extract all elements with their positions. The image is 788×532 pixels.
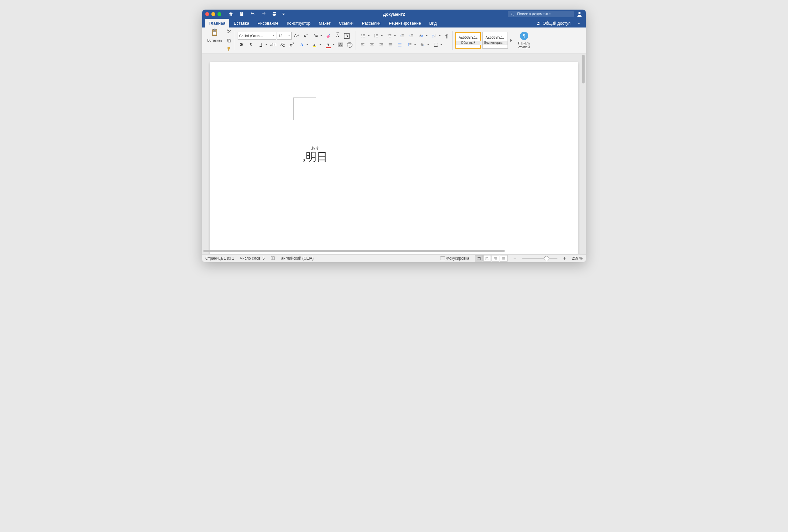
bucket-icon [420, 42, 425, 47]
character-shading-button[interactable]: A [336, 41, 345, 48]
zoom-slider[interactable] [522, 258, 557, 259]
sort-button[interactable]: AZ [430, 32, 442, 40]
document-area[interactable]: あす ,明日 [202, 53, 586, 254]
cut-button[interactable] [225, 27, 233, 35]
style-no-interval[interactable]: АаБбВвГгДд Без интерва… [482, 32, 508, 48]
zoom-out-button[interactable]: − [513, 255, 516, 261]
tab-design[interactable]: Конструктор [283, 19, 314, 27]
document-text[interactable]: あす ,明日 [303, 145, 328, 164]
multilevel-list-button[interactable] [385, 32, 397, 40]
show-marks-button[interactable]: ¶ [442, 32, 451, 40]
format-painter-button[interactable] [225, 45, 233, 53]
word-count-status[interactable]: Число слов: 5 [240, 256, 264, 260]
svg-rect-12 [313, 46, 316, 47]
minimize-window-button[interactable] [211, 12, 215, 16]
align-left-button[interactable] [358, 41, 367, 48]
numbering-button[interactable]: 123 [372, 32, 384, 40]
distributed-button[interactable] [396, 41, 404, 48]
font-name-combo[interactable]: Calibri (Осно… [238, 32, 276, 40]
underline-button[interactable]: Ч [256, 41, 268, 48]
save-icon[interactable] [238, 11, 245, 18]
page[interactable]: あす ,明日 [210, 62, 578, 254]
zoom-level[interactable]: 259 % [572, 256, 583, 260]
outline-view[interactable] [492, 255, 499, 261]
strikethrough-button[interactable]: abc [269, 41, 278, 48]
character-border-button[interactable]: A [343, 32, 351, 40]
search-box[interactable] [508, 11, 574, 17]
tab-review[interactable]: Рецензирование [385, 19, 425, 27]
decrease-indent-button[interactable] [398, 32, 406, 40]
shading-button[interactable] [418, 41, 430, 48]
align-right-button[interactable] [377, 41, 386, 48]
tab-home[interactable]: Главная [205, 19, 229, 27]
body-text[interactable]: ,明日 [303, 151, 328, 163]
paste-button[interactable]: Вставить [206, 27, 223, 43]
font-color-button[interactable]: A [323, 41, 335, 48]
focus-mode-button[interactable]: Фокусировка [440, 256, 470, 260]
italic-button[interactable]: К [247, 41, 255, 48]
zoom-in-button[interactable]: + [563, 255, 566, 261]
tab-draw[interactable]: Рисование [254, 19, 282, 27]
style-normal[interactable]: АаБбВвГгДд Обычный [455, 32, 481, 48]
highlight-button[interactable] [310, 41, 322, 48]
enclose-characters-button[interactable]: 字 [346, 41, 354, 48]
justify-button[interactable] [386, 41, 395, 48]
home-icon[interactable] [227, 11, 235, 18]
highlighter-icon [312, 42, 318, 47]
tab-layout[interactable]: Макет [315, 19, 335, 27]
print-icon[interactable] [271, 11, 278, 18]
qat-customize-icon[interactable] [281, 11, 286, 18]
collapse-ribbon-button[interactable] [574, 20, 583, 27]
print-layout-view[interactable] [475, 255, 482, 261]
horizontal-scroll-thumb[interactable] [203, 250, 505, 252]
tab-mailings[interactable]: Рассылки [358, 19, 384, 27]
language-status[interactable]: английский (США) [281, 256, 313, 260]
vertical-scrollbar[interactable] [582, 55, 585, 248]
search-input[interactable] [516, 12, 569, 17]
book-check-icon [270, 256, 275, 261]
page-number-status[interactable]: Страница 1 из 1 [205, 256, 234, 260]
bold-button[interactable]: Ж [238, 41, 246, 48]
undo-icon[interactable] [249, 11, 256, 18]
tab-references[interactable]: Ссылки [335, 19, 357, 27]
svg-rect-23 [440, 257, 445, 260]
zoom-slider-knob[interactable] [544, 256, 549, 261]
svg-point-27 [486, 257, 488, 259]
vertical-scroll-thumb[interactable] [582, 55, 585, 83]
draft-view[interactable] [500, 255, 508, 261]
styles-gallery-more[interactable] [509, 32, 515, 48]
change-case-button[interactable]: Aa [311, 32, 323, 40]
shrink-font-button[interactable]: A▼ [302, 32, 310, 40]
horizontal-scrollbar[interactable] [203, 249, 580, 253]
grow-font-button[interactable]: A▲ [293, 32, 301, 40]
align-center-button[interactable] [368, 41, 376, 48]
clear-formatting-button[interactable]: A [324, 32, 333, 40]
spellcheck-status[interactable] [270, 256, 275, 261]
phonetic-guide-button[interactable]: abcA [334, 32, 342, 40]
copy-button[interactable] [225, 36, 233, 44]
window-controls [202, 12, 221, 16]
bullets-icon [361, 33, 366, 38]
web-layout-view[interactable] [483, 255, 491, 261]
tab-view[interactable]: Вид [425, 19, 441, 27]
borders-button[interactable] [431, 41, 443, 48]
text-direction-button[interactable]: A [416, 32, 429, 40]
bullets-button[interactable] [358, 32, 371, 40]
redo-icon[interactable] [260, 11, 267, 18]
subscript-button[interactable]: X2 [279, 41, 287, 48]
increase-indent-button[interactable] [407, 32, 415, 40]
tab-insert[interactable]: Вставка [230, 19, 253, 27]
share-button[interactable]: Общий доступ [533, 19, 574, 27]
close-window-button[interactable] [205, 12, 209, 16]
account-icon[interactable] [576, 11, 583, 17]
svg-text:3: 3 [374, 36, 375, 38]
line-spacing-button[interactable] [405, 41, 417, 48]
text-effects-button[interactable]: A [297, 41, 309, 48]
zoom-window-button[interactable] [217, 12, 221, 16]
superscript-button[interactable]: X2 [288, 41, 296, 48]
styles-pane-button[interactable]: ¶ Панель стилей [516, 32, 532, 49]
font-size-combo[interactable]: 12 [277, 32, 292, 40]
bold-icon: Ж [240, 42, 243, 47]
share-icon [537, 21, 541, 25]
svg-point-15 [361, 37, 362, 37]
